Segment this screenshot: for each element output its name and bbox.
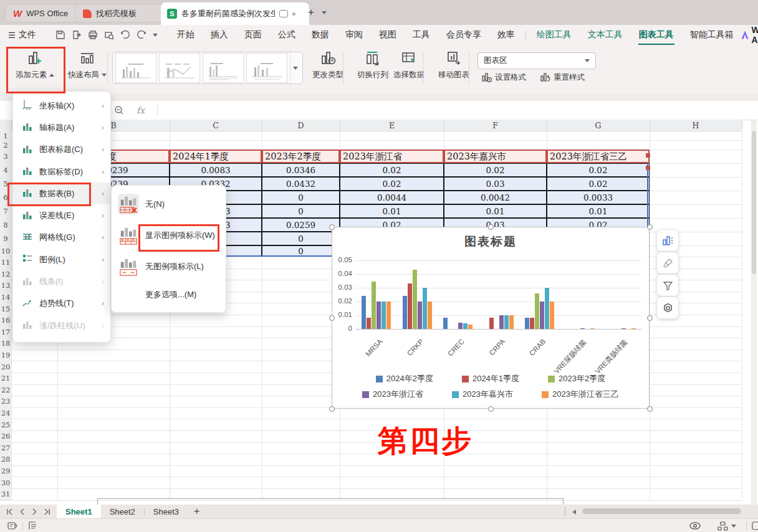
chart-bar[interactable]	[504, 315, 509, 329]
chart-bar[interactable]	[525, 318, 529, 329]
sheet-tab-Sheet3[interactable]: Sheet3	[145, 505, 188, 518]
row-header-23[interactable]: 23	[0, 396, 11, 408]
chart-bar[interactable]	[428, 302, 432, 329]
row-header-20[interactable]: 20	[0, 361, 11, 373]
chart-bar[interactable]	[468, 325, 473, 329]
chart-bar[interactable]	[463, 323, 468, 329]
chart-bar[interactable]	[458, 323, 463, 329]
table-cell[interactable]: 0.0259	[262, 218, 340, 232]
sheet-tab-Sheet1[interactable]: Sheet1	[57, 505, 101, 518]
menu-item-轴标题(A)[interactable]: 轴标题(A)›	[13, 116, 110, 138]
tab-list-chevron-icon[interactable]	[322, 11, 327, 14]
menubar-item-公式[interactable]: 公式	[270, 29, 304, 40]
legend-item[interactable]: 2023年浙江省	[362, 389, 423, 400]
row-header-24[interactable]: 24	[0, 407, 11, 420]
column-header-F[interactable]: F	[444, 120, 547, 131]
chart-resize-handle[interactable]	[488, 224, 494, 230]
sheet-tab-Sheet2[interactable]: Sheet2	[101, 505, 144, 518]
column-header-D[interactable]: D	[262, 120, 340, 131]
caret-down-icon[interactable]	[731, 525, 736, 528]
menu-item-图表标题(C)[interactable]: 图表标题(C)›	[13, 139, 110, 161]
add-sheet-button[interactable]: +	[188, 505, 206, 518]
macro-icon[interactable]	[7, 521, 17, 530]
table-cell[interactable]: 0	[262, 232, 340, 245]
chart-style-thumbnail[interactable]	[246, 53, 287, 83]
table-cell[interactable]: 0.0432	[262, 177, 340, 191]
series-range-handle[interactable]	[646, 153, 650, 158]
grid-view-icon[interactable]	[717, 521, 728, 531]
chart-bar[interactable]	[590, 328, 595, 329]
select-data-button[interactable]: 选择数据	[384, 50, 434, 80]
table-cell[interactable]: 0.0042	[444, 191, 547, 204]
chart-bar[interactable]	[408, 283, 412, 329]
chart-element-selector[interactable]: 图表区	[477, 52, 596, 69]
chart-bar[interactable]	[403, 296, 407, 329]
table-header-cell[interactable]: 2024年1季度	[170, 150, 262, 163]
row-header-3[interactable]: 3	[0, 150, 11, 164]
row-header-16[interactable]: 16	[0, 315, 11, 327]
menu-item-数据表(B)[interactable]: 数据表(B)›	[13, 183, 110, 204]
row-header-1[interactable]: 1	[0, 131, 11, 141]
chart-bar[interactable]	[580, 328, 585, 329]
table-cell[interactable]: 0.0346	[262, 163, 340, 177]
tab-wps-office[interactable]: W WPS Office	[5, 4, 81, 22]
chart-bar[interactable]	[413, 270, 417, 329]
row-header-14[interactable]: 14	[0, 292, 11, 304]
menubar-item-审阅[interactable]: 审阅	[337, 29, 371, 40]
chart-resize-handle[interactable]	[647, 315, 653, 321]
table-cell[interactable]: 0.0044	[340, 191, 444, 204]
row-header-9[interactable]: 9	[0, 232, 11, 246]
chart-style-thumbnail[interactable]	[203, 53, 244, 83]
last-sheet-icon[interactable]	[44, 508, 50, 515]
chart-bar[interactable]	[631, 328, 636, 329]
table-header-cell[interactable]: 2023年浙江省三乙	[547, 150, 650, 163]
legend-item[interactable]: 2024年2季度	[376, 373, 433, 384]
menu-item-趋势线(T)[interactable]: 趋势线(T)›	[13, 293, 110, 315]
menu-item-误差线(E)[interactable]: 误差线(E)›	[13, 204, 110, 226]
menubar-item-文本工具[interactable]: 文本工具	[580, 29, 631, 40]
export-icon[interactable]	[72, 30, 82, 40]
chart-style-thumbnail[interactable]	[115, 53, 156, 83]
file-menu[interactable]: ☰ 文件	[0, 29, 44, 40]
vertical-scrollbar-thumb[interactable]	[752, 131, 756, 274]
submenu-item-无图例项标示(L)[interactable]: 无图例项标示(L)	[112, 253, 226, 280]
move-chart-button[interactable]: 移动图表	[429, 50, 479, 80]
row-header-15[interactable]: 15	[0, 303, 11, 315]
chart-panel[interactable]: 图表标题 0.050.040.030.020.010MRSACRKPCRECCR…	[332, 227, 650, 409]
chart-bar[interactable]	[530, 318, 534, 329]
wps-ai-button[interactable]: WPS AI	[742, 25, 758, 45]
menu-item-数据标签(D)[interactable]: 数据标签(D)›	[13, 161, 110, 183]
zoom-out-icon[interactable]	[114, 105, 124, 115]
chart-resize-handle[interactable]	[488, 406, 494, 412]
menubar-item-插入[interactable]: 插入	[203, 29, 236, 40]
table-header-cell[interactable]: 2023年嘉兴市	[444, 150, 547, 163]
row-header-4[interactable]: 4	[0, 163, 11, 178]
row-header-10[interactable]: 10	[0, 245, 11, 257]
scroll-left-arrow-icon[interactable]	[572, 510, 576, 515]
chart-resize-handle[interactable]	[647, 406, 653, 412]
column-header-C[interactable]: C	[170, 120, 262, 131]
reset-style-button[interactable]: 重置样式	[540, 72, 585, 83]
row-header-25[interactable]: 25	[0, 419, 11, 431]
table-cell[interactable]: 0.03	[444, 177, 547, 191]
add-element-button[interactable]: 添加元素	[10, 50, 60, 80]
legend-item[interactable]: 2024年1季度	[462, 373, 519, 384]
quick-layout-button[interactable]: 快速布局	[62, 50, 112, 80]
column-header-G[interactable]: G	[547, 120, 650, 131]
row-header-31[interactable]: 31	[0, 488, 11, 501]
chart-bar[interactable]	[423, 288, 427, 329]
save-icon[interactable]	[55, 30, 65, 40]
tab-docer-template[interactable]: 找稻壳模板	[75, 4, 165, 22]
row-header-5[interactable]: 5	[0, 177, 11, 191]
table-cell[interactable]: 0.01	[340, 204, 444, 218]
table-header-cell[interactable]: 2023年浙江省	[340, 150, 444, 163]
row-header-2[interactable]: 2	[0, 140, 11, 150]
chart-style-brush-button[interactable]	[656, 252, 679, 274]
chart-legend[interactable]: 2024年2季度2024年1季度2023年2季度2023年浙江省2023年嘉兴市…	[332, 373, 649, 400]
print-icon[interactable]	[88, 30, 98, 40]
column-headers[interactable]: ABCDEFGH	[0, 120, 742, 131]
new-tab-button[interactable]: +	[308, 6, 314, 19]
menu-item-图例(L)[interactable]: 图例(L)›	[13, 249, 110, 270]
row-header-7[interactable]: 7	[0, 204, 11, 219]
outline-view-icon[interactable]	[28, 521, 37, 530]
